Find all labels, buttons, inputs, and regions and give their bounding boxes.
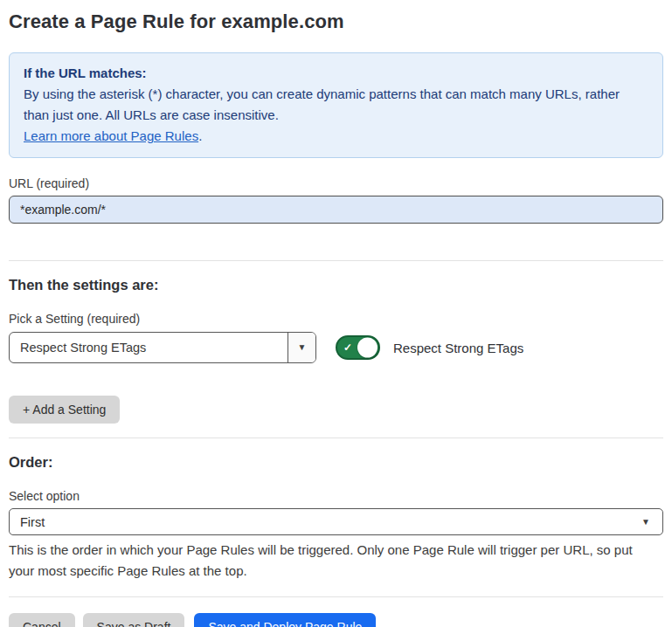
divider — [9, 260, 663, 261]
link-suffix: . — [198, 128, 202, 143]
setting-toggle-label: Respect Strong ETags — [393, 341, 523, 355]
cancel-button[interactable]: Cancel — [9, 613, 75, 627]
footer-actions: Cancel Save as Draft Save and Deploy Pag… — [9, 613, 663, 627]
setting-select-value: Respect Strong ETags — [10, 341, 288, 355]
url-field-label: URL (required) — [9, 176, 663, 190]
settings-section-heading: Then the settings are: — [9, 277, 663, 293]
setting-select-caret-segment[interactable]: ▼ — [288, 333, 315, 362]
check-icon: ✓ — [343, 341, 352, 354]
setting-toggle-group: ✓ Respect Strong ETags — [336, 335, 523, 360]
order-select-value: First — [10, 515, 641, 529]
save-deploy-button[interactable]: Save and Deploy Page Rule — [194, 613, 376, 627]
setting-row: Respect Strong ETags ▼ ✓ Respect Strong … — [9, 332, 663, 363]
toggle-knob — [357, 338, 378, 358]
order-help-text: This is the order in which your Page Rul… — [9, 540, 660, 582]
url-match-info-box: If the URL matches: By using the asteris… — [9, 52, 663, 158]
add-setting-button[interactable]: + Add a Setting — [9, 396, 120, 424]
chevron-down-icon: ▼ — [641, 518, 650, 527]
setting-select[interactable]: Respect Strong ETags ▼ — [9, 332, 316, 363]
save-draft-button[interactable]: Save as Draft — [83, 613, 185, 627]
info-box-heading: If the URL matches: — [24, 63, 648, 84]
setting-toggle[interactable]: ✓ — [336, 335, 380, 360]
order-select[interactable]: First ▼ — [9, 508, 663, 535]
url-input[interactable] — [9, 196, 663, 224]
divider — [9, 596, 663, 597]
info-box-link-line: Learn more about Page Rules. — [24, 126, 648, 147]
learn-more-link[interactable]: Learn more about Page Rules — [24, 128, 198, 143]
chevron-down-icon: ▼ — [298, 343, 307, 352]
order-select-label: Select option — [9, 489, 663, 503]
page-title: Create a Page Rule for example.com — [9, 7, 663, 33]
order-section-heading: Order: — [9, 454, 663, 471]
info-box-body: By using the asterisk (*) character, you… — [24, 84, 648, 126]
page-rule-form: Create a Page Rule for example.com If th… — [0, 0, 672, 627]
divider — [9, 438, 663, 438]
pick-setting-label: Pick a Setting (required) — [9, 312, 663, 326]
